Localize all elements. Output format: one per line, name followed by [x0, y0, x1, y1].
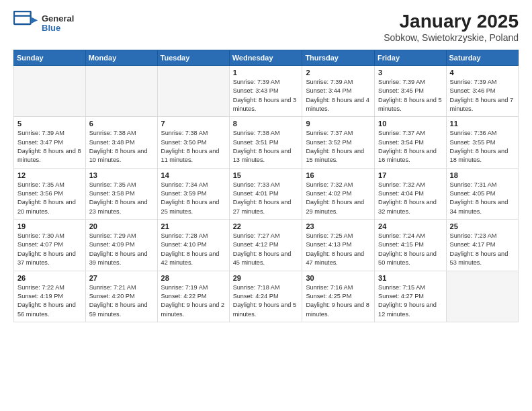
day-number: 6	[89, 120, 154, 128]
day-cell: 21Sunrise: 7:28 AM Sunset: 4:10 PM Dayli…	[157, 220, 229, 271]
col-header-sunday: Sunday	[14, 50, 86, 66]
week-row-4: 19Sunrise: 7:30 AM Sunset: 4:07 PM Dayli…	[14, 220, 519, 271]
day-number: 27	[89, 274, 154, 282]
day-cell	[85, 66, 157, 117]
day-info: Sunrise: 7:21 AM Sunset: 4:20 PM Dayligh…	[89, 283, 154, 319]
col-header-saturday: Saturday	[446, 50, 518, 66]
day-cell: 3Sunrise: 7:39 AM Sunset: 3:45 PM Daylig…	[375, 66, 446, 117]
day-info: Sunrise: 7:16 AM Sunset: 4:25 PM Dayligh…	[306, 283, 371, 319]
day-cell: 18Sunrise: 7:31 AM Sunset: 4:05 PM Dayli…	[446, 168, 518, 219]
day-info: Sunrise: 7:31 AM Sunset: 4:05 PM Dayligh…	[450, 181, 515, 216]
day-number: 4	[450, 68, 515, 77]
day-info: Sunrise: 7:38 AM Sunset: 3:50 PM Dayligh…	[161, 129, 226, 165]
day-info: Sunrise: 7:22 AM Sunset: 4:19 PM Dayligh…	[17, 283, 82, 319]
day-info: Sunrise: 7:29 AM Sunset: 4:09 PM Dayligh…	[89, 232, 154, 267]
day-number: 15	[233, 171, 299, 179]
day-info: Sunrise: 7:39 AM Sunset: 3:44 PM Dayligh…	[306, 78, 371, 113]
day-info: Sunrise: 7:38 AM Sunset: 3:51 PM Dayligh…	[233, 129, 299, 165]
week-row-5: 26Sunrise: 7:22 AM Sunset: 4:19 PM Dayli…	[14, 271, 519, 322]
col-header-thursday: Thursday	[302, 50, 375, 66]
day-number: 7	[161, 120, 226, 128]
day-cell: 15Sunrise: 7:33 AM Sunset: 4:01 PM Dayli…	[229, 168, 302, 219]
day-cell: 9Sunrise: 7:37 AM Sunset: 3:52 PM Daylig…	[302, 117, 375, 168]
week-row-3: 12Sunrise: 7:35 AM Sunset: 3:56 PM Dayli…	[14, 168, 519, 219]
day-number: 26	[17, 274, 82, 282]
week-row-1: 1Sunrise: 7:39 AM Sunset: 3:43 PM Daylig…	[14, 66, 519, 117]
day-cell: 24Sunrise: 7:24 AM Sunset: 4:15 PM Dayli…	[375, 220, 446, 271]
page: General Blue January 2025 Sobkow, Swieto…	[0, 0, 532, 411]
day-number: 24	[378, 222, 442, 230]
day-cell: 1Sunrise: 7:39 AM Sunset: 3:43 PM Daylig…	[229, 66, 302, 117]
day-number: 16	[306, 171, 371, 179]
day-info: Sunrise: 7:39 AM Sunset: 3:47 PM Dayligh…	[17, 129, 82, 165]
logo: General Blue	[13, 11, 74, 36]
week-row-2: 5Sunrise: 7:39 AM Sunset: 3:47 PM Daylig…	[14, 117, 519, 168]
day-cell: 29Sunrise: 7:18 AM Sunset: 4:24 PM Dayli…	[229, 271, 302, 322]
day-cell: 8Sunrise: 7:38 AM Sunset: 3:51 PM Daylig…	[229, 117, 302, 168]
day-number: 28	[161, 274, 226, 282]
day-info: Sunrise: 7:18 AM Sunset: 4:24 PM Dayligh…	[233, 283, 299, 319]
day-cell: 4Sunrise: 7:39 AM Sunset: 3:46 PM Daylig…	[446, 66, 518, 117]
calendar-title: January 2025	[384, 11, 519, 32]
day-number: 9	[306, 120, 371, 128]
day-info: Sunrise: 7:37 AM Sunset: 3:52 PM Dayligh…	[306, 129, 371, 165]
day-number: 11	[450, 120, 515, 128]
day-cell: 11Sunrise: 7:36 AM Sunset: 3:55 PM Dayli…	[446, 117, 518, 168]
day-info: Sunrise: 7:39 AM Sunset: 3:45 PM Dayligh…	[378, 78, 442, 113]
day-info: Sunrise: 7:36 AM Sunset: 3:55 PM Dayligh…	[450, 129, 515, 165]
day-number: 20	[89, 222, 154, 230]
day-cell	[14, 66, 86, 117]
day-cell: 23Sunrise: 7:25 AM Sunset: 4:13 PM Dayli…	[302, 220, 375, 271]
day-number: 3	[378, 68, 442, 77]
day-info: Sunrise: 7:38 AM Sunset: 3:48 PM Dayligh…	[89, 129, 154, 165]
svg-rect-3	[15, 26, 31, 33]
day-number: 8	[233, 120, 299, 128]
calendar-table: SundayMondayTuesdayWednesdayThursdayFrid…	[13, 50, 519, 322]
day-number: 17	[378, 171, 442, 179]
day-info: Sunrise: 7:34 AM Sunset: 3:59 PM Dayligh…	[161, 181, 226, 216]
day-info: Sunrise: 7:30 AM Sunset: 4:07 PM Dayligh…	[17, 232, 82, 267]
day-info: Sunrise: 7:24 AM Sunset: 4:15 PM Dayligh…	[378, 232, 442, 267]
day-number: 22	[233, 222, 299, 230]
svg-marker-2	[32, 17, 38, 24]
header: General Blue January 2025 Sobkow, Swieto…	[13, 11, 519, 43]
day-info: Sunrise: 7:25 AM Sunset: 4:13 PM Dayligh…	[306, 232, 371, 267]
day-number: 25	[450, 222, 515, 230]
day-cell: 22Sunrise: 7:27 AM Sunset: 4:12 PM Dayli…	[229, 220, 302, 271]
day-number: 18	[450, 171, 515, 179]
day-number: 5	[17, 120, 82, 128]
day-cell: 28Sunrise: 7:19 AM Sunset: 4:22 PM Dayli…	[157, 271, 229, 322]
day-cell: 27Sunrise: 7:21 AM Sunset: 4:20 PM Dayli…	[85, 271, 157, 322]
day-info: Sunrise: 7:32 AM Sunset: 4:04 PM Dayligh…	[378, 181, 442, 216]
day-cell: 26Sunrise: 7:22 AM Sunset: 4:19 PM Dayli…	[14, 271, 86, 322]
day-info: Sunrise: 7:35 AM Sunset: 3:56 PM Dayligh…	[17, 181, 82, 216]
day-cell: 2Sunrise: 7:39 AM Sunset: 3:44 PM Daylig…	[302, 66, 375, 117]
day-cell: 10Sunrise: 7:37 AM Sunset: 3:54 PM Dayli…	[375, 117, 446, 168]
day-number: 2	[306, 68, 371, 77]
day-info: Sunrise: 7:37 AM Sunset: 3:54 PM Dayligh…	[378, 129, 442, 165]
day-number: 21	[161, 222, 226, 230]
day-number: 12	[17, 171, 82, 179]
day-info: Sunrise: 7:27 AM Sunset: 4:12 PM Dayligh…	[233, 232, 299, 267]
header-row: SundayMondayTuesdayWednesdayThursdayFrid…	[14, 50, 519, 66]
col-header-wednesday: Wednesday	[229, 50, 302, 66]
logo-general-text: General	[42, 14, 74, 24]
day-info: Sunrise: 7:28 AM Sunset: 4:10 PM Dayligh…	[161, 232, 226, 267]
day-cell: 5Sunrise: 7:39 AM Sunset: 3:47 PM Daylig…	[14, 117, 86, 168]
day-number: 10	[378, 120, 442, 128]
day-cell: 17Sunrise: 7:32 AM Sunset: 4:04 PM Dayli…	[375, 168, 446, 219]
day-cell: 25Sunrise: 7:23 AM Sunset: 4:17 PM Dayli…	[446, 220, 518, 271]
logo-icon	[13, 11, 39, 36]
day-cell	[157, 66, 229, 117]
day-number: 30	[306, 274, 371, 282]
day-info: Sunrise: 7:39 AM Sunset: 3:43 PM Dayligh…	[233, 78, 299, 113]
logo-text: General Blue	[42, 14, 74, 34]
day-cell: 12Sunrise: 7:35 AM Sunset: 3:56 PM Dayli…	[14, 168, 86, 219]
day-number: 1	[233, 68, 299, 77]
col-header-friday: Friday	[375, 50, 446, 66]
day-info: Sunrise: 7:19 AM Sunset: 4:22 PM Dayligh…	[161, 283, 226, 319]
day-number: 19	[17, 222, 82, 230]
day-number: 14	[161, 171, 226, 179]
day-number: 29	[233, 274, 299, 282]
day-number: 13	[89, 171, 154, 179]
